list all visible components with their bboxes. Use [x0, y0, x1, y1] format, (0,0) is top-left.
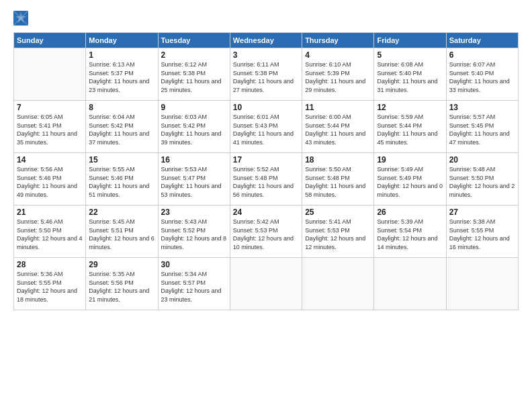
day-number: 23 — [161, 208, 227, 217]
calendar-cell: 5 Sunrise: 6:08 AM Sunset: 5:40 PM Dayli… — [374, 48, 446, 101]
calendar-cell: 17 Sunrise: 5:52 AM Sunset: 5:48 PM Dayl… — [230, 153, 302, 205]
daylight: Daylight: 11 hours and 27 minutes. — [233, 78, 294, 93]
calendar-cell: 19 Sunrise: 5:49 AM Sunset: 5:49 PM Dayl… — [374, 153, 446, 205]
sunrise: Sunrise: 6:01 AM — [233, 113, 279, 120]
day-number: 26 — [377, 208, 443, 217]
calendar-cell: 26 Sunrise: 5:39 AM Sunset: 5:54 PM Dayl… — [374, 205, 446, 258]
daylight: Daylight: 11 hours and 31 minutes. — [377, 78, 437, 93]
sunset: Sunset: 5:44 PM — [305, 122, 350, 129]
daylight: Daylight: 11 hours and 45 minutes. — [377, 130, 437, 146]
calendar-cell — [446, 258, 518, 310]
calendar-cell — [374, 258, 446, 310]
day-number: 6 — [449, 50, 515, 60]
calendar-cell: 1 Sunrise: 6:13 AM Sunset: 5:37 PM Dayli… — [86, 48, 158, 101]
daylight: Daylight: 11 hours and 43 minutes. — [305, 130, 365, 146]
daylight: Daylight: 12 hours and 18 minutes. — [17, 287, 77, 303]
sunrise: Sunrise: 6:07 AM — [449, 61, 496, 68]
day-info: Sunrise: 5:41 AM Sunset: 5:53 PM Dayligh… — [305, 218, 371, 251]
sunset: Sunset: 5:46 PM — [89, 175, 134, 181]
daylight: Daylight: 12 hours and 16 minutes. — [449, 235, 510, 250]
sunrise: Sunrise: 6:08 AM — [377, 61, 423, 68]
day-number: 30 — [161, 260, 227, 269]
calendar-week-row: 14 Sunrise: 5:56 AM Sunset: 5:46 PM Dayl… — [14, 153, 519, 205]
daylight: Daylight: 12 hours and 0 minutes. — [377, 183, 443, 198]
calendar-cell: 14 Sunrise: 5:56 AM Sunset: 5:46 PM Dayl… — [14, 153, 86, 205]
day-number: 11 — [305, 103, 371, 112]
day-info: Sunrise: 5:53 AM Sunset: 5:47 PM Dayligh… — [161, 165, 227, 199]
day-info: Sunrise: 5:35 AM Sunset: 5:56 PM Dayligh… — [89, 270, 154, 304]
day-info: Sunrise: 5:42 AM Sunset: 5:53 PM Dayligh… — [233, 218, 299, 251]
day-info: Sunrise: 5:59 AM Sunset: 5:44 PM Dayligh… — [377, 113, 443, 146]
day-number: 8 — [89, 103, 154, 112]
sunrise: Sunrise: 5:50 AM — [305, 166, 351, 173]
day-info: Sunrise: 5:36 AM Sunset: 5:55 PM Dayligh… — [17, 270, 83, 304]
day-info: Sunrise: 6:13 AM Sunset: 5:37 PM Dayligh… — [89, 60, 154, 94]
sunrise: Sunrise: 5:38 AM — [449, 218, 496, 225]
weekday-header: Tuesday — [158, 33, 230, 48]
calendar-cell: 27 Sunrise: 5:38 AM Sunset: 5:55 PM Dayl… — [446, 205, 518, 258]
day-info: Sunrise: 5:56 AM Sunset: 5:46 PM Dayligh… — [17, 165, 83, 199]
sunrise: Sunrise: 5:48 AM — [449, 166, 496, 173]
calendar-week-row: 7 Sunrise: 6:05 AM Sunset: 5:41 PM Dayli… — [14, 101, 519, 153]
weekday-header: Sunday — [14, 33, 86, 48]
day-info: Sunrise: 6:00 AM Sunset: 5:44 PM Dayligh… — [305, 113, 371, 146]
day-number: 14 — [17, 155, 83, 165]
sunrise: Sunrise: 6:03 AM — [161, 113, 208, 120]
day-number: 28 — [17, 260, 83, 269]
day-number: 25 — [305, 208, 371, 217]
day-number: 12 — [377, 103, 443, 112]
day-info: Sunrise: 6:08 AM Sunset: 5:40 PM Dayligh… — [377, 60, 443, 94]
day-info: Sunrise: 5:55 AM Sunset: 5:46 PM Dayligh… — [89, 165, 154, 199]
sunrise: Sunrise: 5:34 AM — [161, 271, 208, 277]
sunset: Sunset: 5:41 PM — [17, 122, 62, 129]
calendar-cell — [14, 48, 86, 101]
sunset: Sunset: 5:40 PM — [449, 70, 494, 77]
daylight: Daylight: 12 hours and 2 minutes. — [449, 183, 515, 198]
day-number: 24 — [233, 208, 299, 217]
sunrise: Sunrise: 5:42 AM — [233, 218, 279, 225]
weekday-header: Thursday — [302, 33, 374, 48]
calendar-cell: 3 Sunrise: 6:11 AM Sunset: 5:38 PM Dayli… — [230, 48, 302, 101]
day-info: Sunrise: 5:43 AM Sunset: 5:52 PM Dayligh… — [161, 218, 227, 251]
calendar-week-row: 1 Sunrise: 6:13 AM Sunset: 5:37 PM Dayli… — [14, 48, 519, 101]
day-number: 22 — [89, 208, 154, 217]
calendar-cell: 11 Sunrise: 6:00 AM Sunset: 5:44 PM Dayl… — [302, 101, 374, 153]
daylight: Daylight: 11 hours and 49 minutes. — [17, 183, 77, 198]
day-info: Sunrise: 5:49 AM Sunset: 5:49 PM Dayligh… — [377, 165, 443, 199]
sunset: Sunset: 5:45 PM — [449, 122, 494, 129]
sunset: Sunset: 5:44 PM — [377, 122, 422, 129]
logo-icon — [13, 11, 28, 26]
weekday-header: Wednesday — [230, 33, 302, 48]
sunrise: Sunrise: 6:12 AM — [161, 61, 208, 68]
sunset: Sunset: 5:37 PM — [89, 70, 134, 77]
calendar-cell: 10 Sunrise: 6:01 AM Sunset: 5:43 PM Dayl… — [230, 101, 302, 153]
daylight: Daylight: 12 hours and 8 minutes. — [161, 235, 227, 250]
calendar-cell: 29 Sunrise: 5:35 AM Sunset: 5:56 PM Dayl… — [86, 258, 158, 310]
calendar-cell: 23 Sunrise: 5:43 AM Sunset: 5:52 PM Dayl… — [158, 205, 230, 258]
calendar-cell: 18 Sunrise: 5:50 AM Sunset: 5:48 PM Dayl… — [302, 153, 374, 205]
daylight: Daylight: 11 hours and 56 minutes. — [233, 183, 294, 198]
daylight: Daylight: 12 hours and 21 minutes. — [89, 287, 149, 303]
day-info: Sunrise: 5:46 AM Sunset: 5:50 PM Dayligh… — [17, 218, 83, 251]
daylight: Daylight: 11 hours and 53 minutes. — [161, 183, 222, 198]
sunrise: Sunrise: 6:04 AM — [89, 113, 135, 120]
sunrise: Sunrise: 6:11 AM — [233, 61, 279, 68]
sunset: Sunset: 5:47 PM — [161, 175, 206, 181]
calendar-cell: 30 Sunrise: 5:34 AM Sunset: 5:57 PM Dayl… — [158, 258, 230, 310]
calendar-cell: 20 Sunrise: 5:48 AM Sunset: 5:50 PM Dayl… — [446, 153, 518, 205]
day-number: 16 — [161, 155, 227, 165]
day-info: Sunrise: 6:01 AM Sunset: 5:43 PM Dayligh… — [233, 113, 299, 146]
day-number: 29 — [89, 260, 154, 269]
daylight: Daylight: 11 hours and 41 minutes. — [233, 130, 294, 146]
calendar-cell: 2 Sunrise: 6:12 AM Sunset: 5:38 PM Dayli… — [158, 48, 230, 101]
sunrise: Sunrise: 5:46 AM — [17, 218, 63, 225]
calendar-week-row: 28 Sunrise: 5:36 AM Sunset: 5:55 PM Dayl… — [14, 258, 519, 310]
sunset: Sunset: 5:54 PM — [377, 227, 422, 234]
sunrise: Sunrise: 5:53 AM — [161, 166, 208, 173]
day-info: Sunrise: 6:12 AM Sunset: 5:38 PM Dayligh… — [161, 60, 227, 94]
sunset: Sunset: 5:42 PM — [89, 122, 134, 129]
calendar-cell: 6 Sunrise: 6:07 AM Sunset: 5:40 PM Dayli… — [446, 48, 518, 101]
weekday-header: Monday — [86, 33, 158, 48]
day-number: 20 — [449, 155, 515, 165]
calendar-cell — [302, 258, 374, 310]
